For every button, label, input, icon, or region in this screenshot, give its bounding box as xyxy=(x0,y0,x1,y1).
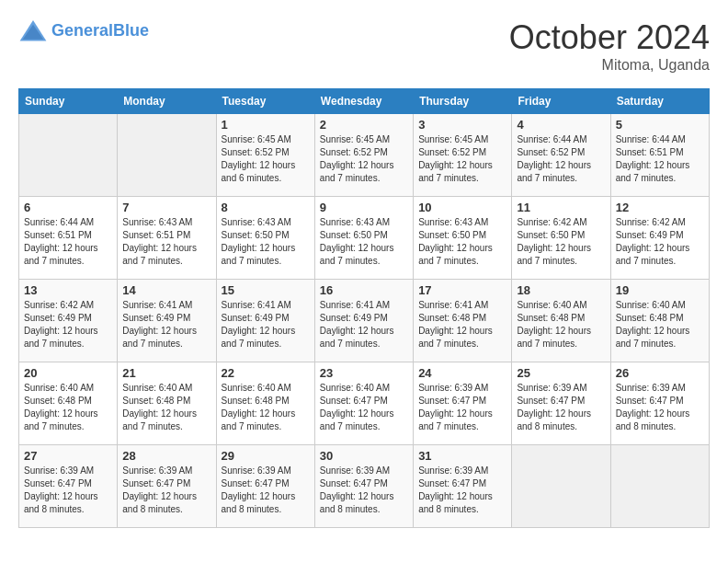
day-number: 27 xyxy=(24,449,112,463)
calendar-cell: 1Sunrise: 6:45 AM Sunset: 6:52 PM Daylig… xyxy=(216,114,314,197)
location-subtitle: Mitoma, Uganda xyxy=(509,57,710,74)
logo: GeneralBlue xyxy=(18,18,149,44)
day-number: 23 xyxy=(320,366,408,380)
day-number: 24 xyxy=(418,366,506,380)
calendar-cell: 14Sunrise: 6:41 AM Sunset: 6:49 PM Dayli… xyxy=(118,280,216,362)
calendar-cell: 17Sunrise: 6:41 AM Sunset: 6:48 PM Dayli… xyxy=(414,280,512,362)
day-number: 25 xyxy=(517,366,605,380)
day-number: 14 xyxy=(122,283,210,297)
day-number: 31 xyxy=(418,449,506,463)
calendar-week-row: 27Sunrise: 6:39 AM Sunset: 6:47 PM Dayli… xyxy=(19,445,710,528)
day-number: 5 xyxy=(616,118,704,132)
day-number: 18 xyxy=(517,283,605,297)
day-number: 1 xyxy=(222,118,310,132)
day-info: Sunrise: 6:43 AM Sunset: 6:50 PM Dayligh… xyxy=(418,216,506,268)
day-number: 8 xyxy=(222,201,310,214)
day-info: Sunrise: 6:40 AM Sunset: 6:48 PM Dayligh… xyxy=(616,299,704,350)
calendar-table: SundayMondayTuesdayWednesdayThursdayFrid… xyxy=(18,88,710,528)
calendar-cell: 26Sunrise: 6:39 AM Sunset: 6:47 PM Dayli… xyxy=(610,362,709,445)
day-number: 10 xyxy=(418,201,506,214)
weekday-header: Tuesday xyxy=(216,89,314,114)
day-number: 28 xyxy=(122,449,210,463)
day-info: Sunrise: 6:39 AM Sunset: 6:47 PM Dayligh… xyxy=(122,465,210,516)
day-number: 15 xyxy=(222,283,310,297)
calendar-cell: 7Sunrise: 6:43 AM Sunset: 6:51 PM Daylig… xyxy=(118,197,216,280)
calendar-cell: 24Sunrise: 6:39 AM Sunset: 6:47 PM Dayli… xyxy=(414,362,512,445)
calendar-cell: 6Sunrise: 6:44 AM Sunset: 6:51 PM Daylig… xyxy=(19,197,118,280)
day-number: 7 xyxy=(122,201,210,214)
day-info: Sunrise: 6:41 AM Sunset: 6:49 PM Dayligh… xyxy=(122,299,210,350)
day-number: 16 xyxy=(320,283,408,297)
calendar-week-row: 6Sunrise: 6:44 AM Sunset: 6:51 PM Daylig… xyxy=(19,197,710,280)
day-number: 30 xyxy=(320,449,408,463)
calendar-cell: 18Sunrise: 6:40 AM Sunset: 6:48 PM Dayli… xyxy=(512,280,610,362)
calendar-header-row: SundayMondayTuesdayWednesdayThursdayFrid… xyxy=(19,89,710,114)
day-number: 21 xyxy=(122,366,210,380)
logo-text: GeneralBlue xyxy=(51,22,149,40)
calendar-cell: 19Sunrise: 6:40 AM Sunset: 6:48 PM Dayli… xyxy=(610,280,709,362)
day-info: Sunrise: 6:39 AM Sunset: 6:47 PM Dayligh… xyxy=(222,465,310,516)
calendar-cell: 10Sunrise: 6:43 AM Sunset: 6:50 PM Dayli… xyxy=(414,197,512,280)
day-number: 6 xyxy=(24,201,112,214)
calendar-cell: 30Sunrise: 6:39 AM Sunset: 6:47 PM Dayli… xyxy=(314,445,413,528)
calendar-cell: 21Sunrise: 6:40 AM Sunset: 6:48 PM Dayli… xyxy=(118,362,216,445)
day-info: Sunrise: 6:43 AM Sunset: 6:50 PM Dayligh… xyxy=(222,216,310,268)
calendar-cell: 8Sunrise: 6:43 AM Sunset: 6:50 PM Daylig… xyxy=(216,197,314,280)
day-info: Sunrise: 6:40 AM Sunset: 6:47 PM Dayligh… xyxy=(320,382,408,433)
day-number: 26 xyxy=(616,366,704,380)
day-info: Sunrise: 6:39 AM Sunset: 6:47 PM Dayligh… xyxy=(418,382,506,433)
calendar-cell: 12Sunrise: 6:42 AM Sunset: 6:49 PM Dayli… xyxy=(610,197,709,280)
logo-icon xyxy=(18,18,48,44)
calendar-cell: 16Sunrise: 6:41 AM Sunset: 6:49 PM Dayli… xyxy=(314,280,413,362)
calendar-cell xyxy=(19,114,118,197)
day-info: Sunrise: 6:45 AM Sunset: 6:52 PM Dayligh… xyxy=(320,133,408,185)
calendar-cell xyxy=(512,445,610,528)
weekday-header: Thursday xyxy=(414,89,512,114)
calendar-week-row: 1Sunrise: 6:45 AM Sunset: 6:52 PM Daylig… xyxy=(19,114,710,197)
month-year-title: October 2024 xyxy=(509,18,710,57)
day-info: Sunrise: 6:40 AM Sunset: 6:48 PM Dayligh… xyxy=(517,299,605,350)
day-number: 12 xyxy=(616,201,704,214)
calendar-cell: 5Sunrise: 6:44 AM Sunset: 6:51 PM Daylig… xyxy=(610,114,709,197)
calendar-cell: 27Sunrise: 6:39 AM Sunset: 6:47 PM Dayli… xyxy=(19,445,118,528)
day-number: 20 xyxy=(24,366,112,380)
calendar-cell xyxy=(118,114,216,197)
weekday-header: Monday xyxy=(118,89,216,114)
day-info: Sunrise: 6:40 AM Sunset: 6:48 PM Dayligh… xyxy=(222,382,310,433)
day-info: Sunrise: 6:43 AM Sunset: 6:50 PM Dayligh… xyxy=(320,216,408,268)
day-info: Sunrise: 6:42 AM Sunset: 6:50 PM Dayligh… xyxy=(517,216,605,268)
day-info: Sunrise: 6:44 AM Sunset: 6:52 PM Dayligh… xyxy=(517,133,605,185)
day-info: Sunrise: 6:42 AM Sunset: 6:49 PM Dayligh… xyxy=(24,299,112,350)
calendar-cell: 2Sunrise: 6:45 AM Sunset: 6:52 PM Daylig… xyxy=(314,114,413,197)
day-info: Sunrise: 6:39 AM Sunset: 6:47 PM Dayligh… xyxy=(320,465,408,516)
calendar-cell: 20Sunrise: 6:40 AM Sunset: 6:48 PM Dayli… xyxy=(19,362,118,445)
weekday-header: Saturday xyxy=(610,89,709,114)
day-info: Sunrise: 6:40 AM Sunset: 6:48 PM Dayligh… xyxy=(122,382,210,433)
calendar-cell: 29Sunrise: 6:39 AM Sunset: 6:47 PM Dayli… xyxy=(216,445,314,528)
logo-general: General xyxy=(51,21,113,40)
calendar-cell: 28Sunrise: 6:39 AM Sunset: 6:47 PM Dayli… xyxy=(118,445,216,528)
day-info: Sunrise: 6:41 AM Sunset: 6:49 PM Dayligh… xyxy=(222,299,310,350)
day-number: 4 xyxy=(517,118,605,132)
day-info: Sunrise: 6:45 AM Sunset: 6:52 PM Dayligh… xyxy=(418,133,506,185)
day-info: Sunrise: 6:39 AM Sunset: 6:47 PM Dayligh… xyxy=(418,465,506,516)
day-info: Sunrise: 6:43 AM Sunset: 6:51 PM Dayligh… xyxy=(122,216,210,268)
day-info: Sunrise: 6:41 AM Sunset: 6:48 PM Dayligh… xyxy=(418,299,506,350)
day-info: Sunrise: 6:44 AM Sunset: 6:51 PM Dayligh… xyxy=(24,216,112,268)
day-number: 29 xyxy=(222,449,310,463)
calendar-cell: 25Sunrise: 6:39 AM Sunset: 6:47 PM Dayli… xyxy=(512,362,610,445)
calendar-week-row: 20Sunrise: 6:40 AM Sunset: 6:48 PM Dayli… xyxy=(19,362,710,445)
calendar-cell: 4Sunrise: 6:44 AM Sunset: 6:52 PM Daylig… xyxy=(512,114,610,197)
day-number: 3 xyxy=(418,118,506,132)
day-number: 13 xyxy=(24,283,112,297)
day-number: 22 xyxy=(222,366,310,380)
weekday-header: Wednesday xyxy=(314,89,413,114)
calendar-cell: 9Sunrise: 6:43 AM Sunset: 6:50 PM Daylig… xyxy=(314,197,413,280)
day-info: Sunrise: 6:41 AM Sunset: 6:49 PM Dayligh… xyxy=(320,299,408,350)
calendar-body: 1Sunrise: 6:45 AM Sunset: 6:52 PM Daylig… xyxy=(19,114,710,528)
calendar-cell: 22Sunrise: 6:40 AM Sunset: 6:48 PM Dayli… xyxy=(216,362,314,445)
day-info: Sunrise: 6:39 AM Sunset: 6:47 PM Dayligh… xyxy=(616,382,704,433)
day-info: Sunrise: 6:39 AM Sunset: 6:47 PM Dayligh… xyxy=(24,465,112,516)
day-number: 19 xyxy=(616,283,704,297)
calendar-cell: 31Sunrise: 6:39 AM Sunset: 6:47 PM Dayli… xyxy=(414,445,512,528)
